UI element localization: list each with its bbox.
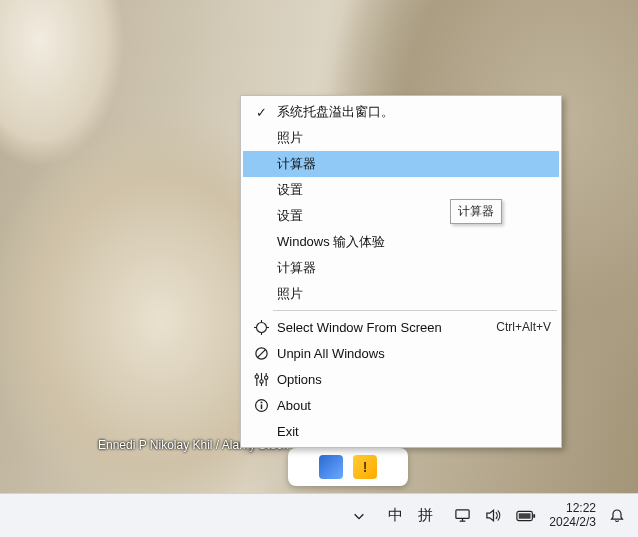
svg-point-12 [264,375,267,378]
no-entry-icon [249,346,273,361]
tray-overflow-button[interactable] [345,494,373,537]
menu-separator [273,310,557,311]
menu-item-label: 照片 [273,285,551,303]
tray-overflow-popup [288,448,408,486]
clock-time: 12:22 [566,502,596,515]
menu-item-unpin-all[interactable]: Unpin All Windows [243,340,559,366]
menu-item-calculator-2[interactable]: 计算器 [243,255,559,281]
svg-point-10 [259,379,262,382]
menu-item-label: 设置 [273,207,551,225]
menu-item-label: 系统托盘溢出窗口。 [273,103,551,121]
notifications-button[interactable] [602,494,632,537]
menu-item-photos[interactable]: 照片 [243,125,559,151]
sliders-icon [249,372,273,387]
svg-point-8 [255,375,258,378]
svg-rect-21 [519,513,531,518]
menu-item-settings[interactable]: 设置 [243,177,559,203]
taskbar-clock[interactable]: 12:22 2024/2/3 [543,494,602,537]
tray-volume-icon[interactable] [478,494,509,537]
menu-item-label: Select Window From Screen [273,320,486,335]
tray-app-icon[interactable] [319,455,343,479]
menu-item-calculator[interactable]: 计算器 [243,151,559,177]
menu-item-about[interactable]: About [243,392,559,418]
svg-rect-15 [260,404,262,409]
svg-point-14 [260,401,262,403]
menu-item-exit[interactable]: Exit [243,418,559,444]
svg-point-13 [255,399,267,411]
menu-item-label: Unpin All Windows [273,346,551,361]
menu-item-label: 计算器 [273,155,551,173]
menu-item-options[interactable]: Options [243,366,559,392]
tray-warning-icon[interactable] [353,455,377,479]
menu-item-label: Options [273,372,551,387]
chevron-down-icon [352,509,366,523]
tooltip: 计算器 [450,199,502,224]
tray-monitor-icon[interactable] [447,494,478,537]
info-icon [249,398,273,413]
battery-icon [516,509,536,523]
monitor-icon [454,507,471,524]
menu-item-label: 设置 [273,181,551,199]
menu-item-tray-overflow[interactable]: 系统托盘溢出窗口。 [243,99,559,125]
check-icon [249,105,273,120]
menu-item-photos-2[interactable]: 照片 [243,281,559,307]
menu-item-label: Exit [273,424,551,439]
svg-point-5 [255,347,266,358]
menu-item-shortcut: Ctrl+Alt+V [486,320,551,334]
clock-date: 2024/2/3 [549,516,596,529]
svg-point-0 [256,322,266,332]
taskbar: 中 拼 12:22 2024/2/3 [0,493,638,537]
context-menu: 系统托盘溢出窗口。 照片 计算器 设置 设置 Windows 输入体验 计算器 … [240,95,562,448]
svg-rect-20 [534,514,536,518]
ime-mode[interactable]: 拼 [410,506,440,525]
target-icon [249,320,273,335]
svg-line-6 [257,349,265,357]
svg-rect-16 [456,510,469,518]
menu-item-label: 计算器 [273,259,551,277]
ime-language[interactable]: 中 [380,506,410,525]
bell-icon [609,508,625,524]
menu-item-windows-input[interactable]: Windows 输入体验 [243,229,559,255]
menu-item-label: 照片 [273,129,551,147]
menu-item-label: About [273,398,551,413]
menu-item-label: Windows 输入体验 [273,233,551,251]
menu-item-settings-2[interactable]: 设置 [243,203,559,229]
tray-battery-icon[interactable] [509,494,543,537]
menu-item-select-window[interactable]: Select Window From Screen Ctrl+Alt+V [243,314,559,340]
svg-rect-19 [517,511,532,520]
speaker-icon [485,507,502,524]
